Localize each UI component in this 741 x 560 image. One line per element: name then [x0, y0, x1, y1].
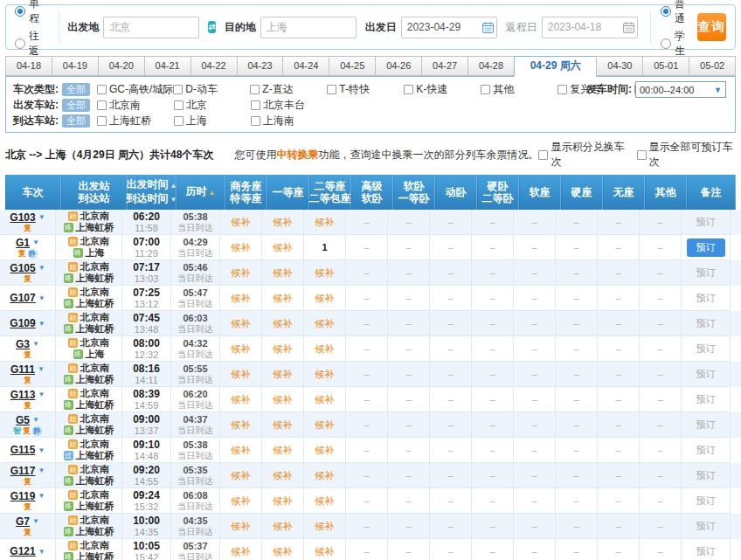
train-number-link[interactable]: G105: [10, 262, 35, 274]
waitlist-link[interactable]: 候补: [274, 241, 293, 254]
radio-normal-icon[interactable]: [661, 6, 671, 17]
filter-option-GC-高铁/城际[interactable]: GC-高铁/城际: [97, 82, 173, 97]
train-number-link[interactable]: G109: [10, 317, 35, 329]
date-tab-04-25[interactable]: 04-25: [329, 56, 376, 76]
from-station-input[interactable]: [103, 17, 199, 38]
waitlist-link[interactable]: 候补: [274, 418, 293, 432]
waitlist-link[interactable]: 候补: [315, 418, 335, 432]
col-header-硬卧[interactable]: 硬卧二等卧: [477, 175, 519, 210]
waitlist-link[interactable]: 候补: [315, 444, 335, 457]
waitlist-link[interactable]: 候补: [315, 266, 335, 280]
return-date-input[interactable]: [542, 17, 638, 38]
waitlist-link[interactable]: 候补: [315, 342, 335, 356]
radio-round-trip[interactable]: 往返: [15, 29, 39, 59]
date-tab-04-26[interactable]: 04-26: [375, 56, 422, 76]
col-header-动卧[interactable]: 动卧: [435, 175, 477, 210]
col-header-软座[interactable]: 软座: [519, 175, 561, 210]
expand-stops-icon[interactable]: ▼: [38, 492, 45, 500]
checkbox-icon[interactable]: [404, 85, 413, 94]
date-tab-04-24[interactable]: 04-24: [282, 56, 329, 76]
query-button[interactable]: 查询: [697, 13, 726, 41]
date-tab-04-20[interactable]: 04-20: [98, 56, 145, 76]
checkbox-icon[interactable]: [251, 116, 260, 126]
checkbox-icon[interactable]: [97, 116, 107, 126]
col-header-备注[interactable]: 备注: [687, 175, 736, 210]
expand-stops-icon[interactable]: ▼: [38, 213, 45, 221]
train-number-link[interactable]: G7: [16, 515, 30, 528]
train-number-link[interactable]: G111: [10, 363, 35, 376]
waitlist-link[interactable]: 候补: [232, 520, 251, 533]
waitlist-link[interactable]: 候补: [232, 368, 251, 381]
filter-option-北京丰台[interactable]: 北京丰台: [251, 98, 328, 113]
train-number-link[interactable]: G115: [10, 444, 36, 456]
filter-option-上海[interactable]: 上海: [174, 114, 251, 128]
date-tab-04-30[interactable]: 04-30: [596, 56, 643, 76]
waitlist-link[interactable]: 候补: [274, 444, 293, 457]
filter-option-D-动车[interactable]: D-动车: [173, 82, 250, 97]
col-header-硬座[interactable]: 硬座: [561, 175, 603, 210]
checkbox-icon[interactable]: [250, 85, 260, 94]
waitlist-link[interactable]: 候补: [315, 317, 335, 330]
filter-all-chip[interactable]: 全部: [62, 99, 90, 112]
waitlist-link[interactable]: 候补: [315, 469, 335, 482]
date-tab-05-01[interactable]: 05-01: [642, 56, 689, 76]
filter-option-T-特快[interactable]: T-特快: [327, 82, 404, 97]
col-header-历时[interactable]: 历时▲: [177, 175, 225, 210]
col-header-一等座[interactable]: 一等座: [267, 175, 309, 210]
checkbox-icon[interactable]: [173, 85, 183, 94]
date-tab-04-28[interactable]: 04-28: [467, 56, 515, 76]
waitlist-link[interactable]: 候补: [315, 545, 335, 558]
checkbox-icon[interactable]: [481, 85, 490, 94]
to-station-input[interactable]: [260, 17, 357, 38]
expand-stops-icon[interactable]: ▼: [38, 467, 45, 474]
col-header-无座[interactable]: 无座: [603, 175, 645, 210]
date-tab-04-23[interactable]: 04-23: [237, 56, 284, 76]
waitlist-link[interactable]: 候补: [232, 292, 251, 305]
train-number-link[interactable]: G103: [10, 211, 35, 224]
expand-stops-icon[interactable]: ▼: [38, 365, 45, 373]
filter-option-北京南[interactable]: 北京南: [97, 98, 174, 113]
checkbox-points-trains[interactable]: 显示积分兑换车次: [538, 140, 627, 169]
col-header-商务座[interactable]: 商务座特等座: [225, 175, 267, 210]
waitlist-link[interactable]: 候补: [232, 393, 251, 406]
date-tab-05-02[interactable]: 05-02: [689, 56, 736, 76]
waitlist-link[interactable]: 候补: [274, 292, 293, 305]
expand-stops-icon[interactable]: ▼: [38, 264, 45, 272]
date-tab-04-22[interactable]: 04-22: [190, 56, 238, 76]
waitlist-link[interactable]: 候补: [232, 545, 251, 558]
waitlist-link[interactable]: 候补: [315, 368, 335, 381]
date-tab-04-29[interactable]: 04-29 周六: [514, 56, 597, 77]
checkbox-icon[interactable]: [637, 150, 647, 160]
col-header-出发站[interactable]: 出发站到达站: [61, 175, 128, 210]
waitlist-link[interactable]: 候补: [232, 241, 251, 254]
waitlist-link[interactable]: 候补: [315, 216, 335, 229]
col-header-出发时间[interactable]: 出发时间▲到达时间▼: [128, 175, 177, 210]
filter-option-K-快速[interactable]: K-快速: [404, 82, 481, 97]
waitlist-link[interactable]: 候补: [274, 393, 293, 406]
waitlist-link[interactable]: 候补: [232, 266, 251, 280]
radio-student[interactable]: 学生: [661, 29, 685, 59]
expand-stops-icon[interactable]: ▼: [32, 340, 39, 348]
sort-asc-icon[interactable]: ▲: [209, 189, 216, 197]
date-tab-04-21[interactable]: 04-21: [144, 56, 191, 76]
radio-student-icon[interactable]: [661, 38, 671, 49]
radio-one-way[interactable]: 单程: [15, 0, 39, 26]
train-number-link[interactable]: G1: [16, 237, 30, 249]
train-number-link[interactable]: G107: [10, 292, 35, 304]
filter-option-上海南[interactable]: 上海南: [251, 114, 328, 128]
waitlist-link[interactable]: 候补: [274, 545, 293, 558]
date-tab-04-27[interactable]: 04-27: [421, 56, 468, 76]
expand-stops-icon[interactable]: ▼: [38, 391, 45, 398]
transfer-link[interactable]: 中转换乘: [276, 149, 318, 161]
waitlist-link[interactable]: 候补: [315, 393, 335, 406]
expand-stops-icon[interactable]: ▼: [38, 320, 45, 328]
checkbox-icon[interactable]: [97, 100, 107, 110]
swap-stations-icon[interactable]: ⇄: [208, 21, 215, 33]
book-button[interactable]: 预订: [687, 239, 725, 257]
checkbox-icon[interactable]: [327, 85, 336, 94]
train-number-link[interactable]: G113: [10, 389, 36, 401]
waitlist-link[interactable]: 候补: [274, 317, 293, 330]
train-number-link[interactable]: G5: [16, 414, 30, 426]
col-header-二等座[interactable]: 二等座二等包座: [309, 175, 351, 210]
waitlist-link[interactable]: 候补: [232, 469, 251, 482]
